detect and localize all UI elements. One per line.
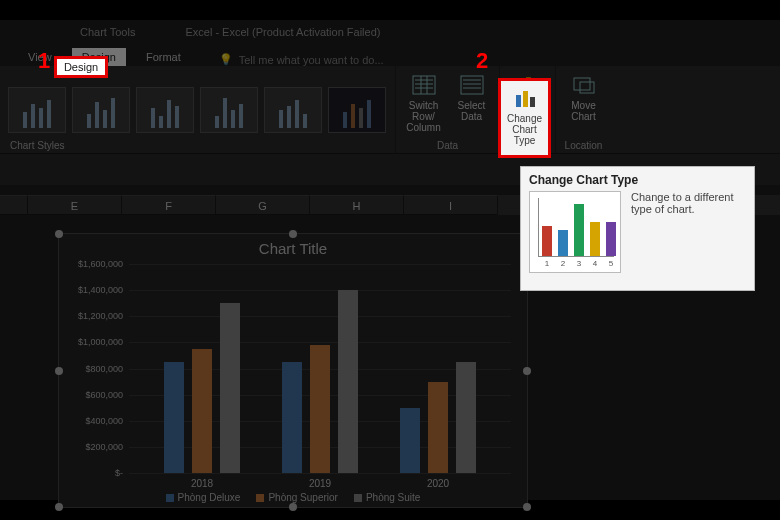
legend-item[interactable]: Phòng Suite [354,492,421,503]
window-title: Excel - Excel (Product Activation Failed… [185,26,380,38]
column-header[interactable]: F [122,195,216,215]
ribbon: Chart Styles Switch Row/ Column Select D… [0,66,780,154]
legend-swatch [256,494,264,502]
legend-label: Phòng Superior [268,492,338,503]
bar [542,226,552,256]
tab-format[interactable]: Format [136,48,191,66]
svg-rect-8 [523,91,528,107]
group-label-location: Location [556,140,611,151]
switch-row-column-icon [410,72,438,98]
title-bar: Chart Tools Excel - Excel (Product Activ… [0,20,780,44]
resize-handle[interactable] [55,230,63,238]
chart-style-thumb[interactable] [328,87,386,133]
x-axis-tick: 3 [574,259,584,268]
select-data-button[interactable]: Select Data [449,70,495,135]
tab-design-highlight[interactable]: Design [57,59,105,75]
column-header[interactable]: G [216,195,310,215]
bar [558,230,568,256]
column-header[interactable]: H [310,195,404,215]
chart-style-thumb[interactable] [72,87,130,133]
svg-rect-7 [516,95,521,107]
chart-legend[interactable]: Phòng DeluxePhòng SuperiorPhòng Suite [59,492,527,503]
svg-rect-6 [580,82,594,93]
bar [574,204,584,256]
chart-style-thumb[interactable] [8,87,66,133]
bar[interactable] [282,362,302,473]
group-label-styles: Chart Styles [10,140,64,151]
y-axis-tick: $200,000 [67,442,123,452]
lightbulb-icon: 💡 [219,53,233,66]
tell-me-placeholder: Tell me what you want to do... [239,54,384,66]
y-axis-tick: $1,400,000 [67,285,123,295]
bar [606,222,616,256]
svg-rect-9 [530,97,535,107]
legend-item[interactable]: Phòng Superior [256,492,338,503]
change-chart-type-button-highlight[interactable]: Change Chart Type [501,81,548,155]
ribbon-group-location: Move Chart Location [555,66,611,153]
legend-swatch [166,494,174,502]
embedded-chart[interactable]: Chart Title $-$200,000$400,000$600,000$8… [58,233,528,508]
bar [590,222,600,256]
bar[interactable] [400,408,420,473]
resize-handle[interactable] [289,230,297,238]
y-axis-tick: $1,600,000 [67,259,123,269]
y-axis-tick: $- [67,468,123,478]
x-axis-tick: 1 [542,259,552,268]
tooltip-change-chart-type: Change Chart Type 12345 Change to a diff… [520,166,755,291]
group-label-data: Data [396,140,499,151]
resize-handle[interactable] [55,367,63,375]
bar[interactable] [192,349,212,473]
y-axis-tick: $1,200,000 [67,311,123,321]
switch-row-column-label: Switch Row/ Column [405,100,443,133]
column-header[interactable]: E [28,195,122,215]
switch-row-column-button[interactable]: Switch Row/ Column [401,70,447,135]
change-chart-type-icon [512,87,538,113]
resize-handle[interactable] [289,503,297,511]
legend-label: Phòng Deluxe [178,492,241,503]
y-axis-tick: $600,000 [67,390,123,400]
chart-title[interactable]: Chart Title [59,234,527,263]
chart-plot-area[interactable]: $-$200,000$400,000$600,000$800,000$1,000… [129,264,511,473]
select-data-label: Select Data [458,100,486,122]
ribbon-tabs: View Design Format 💡 Tell me what you wa… [0,44,780,66]
svg-rect-1 [461,76,483,94]
ribbon-group-data: Switch Row/ Column Select Data Data [395,66,499,153]
chart-tools-label: Chart Tools [80,26,135,38]
y-axis-tick: $400,000 [67,416,123,426]
chart-styles-gallery[interactable]: Chart Styles [0,66,395,153]
y-axis-tick: $1,000,000 [67,337,123,347]
column-header[interactable]: I [404,195,498,215]
resize-handle[interactable] [523,367,531,375]
legend-swatch [354,494,362,502]
change-chart-type-label: Change Chart Type [501,113,548,146]
legend-item[interactable]: Phòng Deluxe [166,492,241,503]
chart-style-thumb[interactable] [200,87,258,133]
x-axis-tick: 2 [558,259,568,268]
x-axis-tick: 2020 [393,478,483,489]
move-chart-label: Move Chart [571,100,595,122]
select-all-corner[interactable] [0,195,28,215]
legend-label: Phòng Suite [366,492,421,503]
bar[interactable] [428,382,448,473]
tooltip-thumbnail: 12345 [529,191,621,273]
svg-rect-0 [413,76,435,94]
tooltip-title: Change Chart Type [529,173,746,187]
x-axis-tick: 5 [606,259,616,268]
chart-style-thumb[interactable] [264,87,322,133]
move-chart-icon [570,72,598,98]
move-chart-button[interactable]: Move Chart [561,70,607,124]
callout-number-1: 1 [38,48,50,74]
tell-me-search[interactable]: 💡 Tell me what you want to do... [219,53,384,66]
resize-handle[interactable] [523,503,531,511]
tooltip-text: Change to a different type of chart. [631,191,746,273]
bar[interactable] [164,362,184,473]
chart-style-thumb[interactable] [136,87,194,133]
x-axis-tick: 2018 [157,478,247,489]
bar[interactable] [338,290,358,473]
bar[interactable] [456,362,476,473]
svg-rect-5 [574,78,590,90]
bar[interactable] [220,303,240,473]
bar[interactable] [310,345,330,473]
resize-handle[interactable] [55,503,63,511]
x-axis-tick: 2019 [275,478,365,489]
